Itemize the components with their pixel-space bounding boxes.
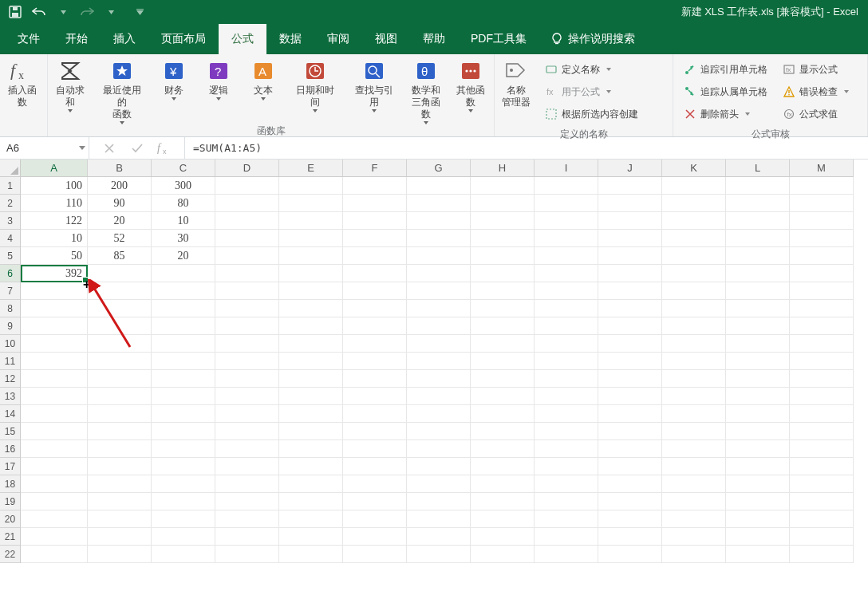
- cell-H14[interactable]: [471, 405, 535, 423]
- cell-C5[interactable]: 20: [152, 247, 215, 265]
- tab-page-layout[interactable]: 页面布局: [148, 24, 219, 54]
- cell-J20[interactable]: [598, 510, 662, 528]
- cell-B13[interactable]: [88, 388, 152, 405]
- column-header-L[interactable]: L: [726, 160, 790, 176]
- cell-L17[interactable]: [726, 458, 790, 475]
- cell-L9[interactable]: [726, 317, 790, 335]
- cell-F17[interactable]: [343, 458, 407, 475]
- cell-D9[interactable]: [215, 317, 279, 335]
- cell-F21[interactable]: [343, 528, 407, 546]
- cell-D7[interactable]: [215, 282, 279, 300]
- cell-M21[interactable]: [790, 528, 854, 546]
- cell-B4[interactable]: 52: [88, 230, 152, 247]
- select-all-button[interactable]: [0, 160, 21, 177]
- cell-A12[interactable]: [21, 370, 88, 388]
- tab-pdf[interactable]: PDF工具集: [458, 24, 539, 54]
- cell-E15[interactable]: [279, 423, 343, 440]
- cell-L3[interactable]: [726, 212, 790, 230]
- cell-K4[interactable]: [662, 230, 726, 247]
- row-header-9[interactable]: 9: [0, 317, 20, 335]
- autosum-button[interactable]: 自动求和: [48, 56, 93, 112]
- cell-D17[interactable]: [215, 458, 279, 475]
- cell-J18[interactable]: [598, 475, 662, 493]
- cell-M16[interactable]: [790, 440, 854, 458]
- cell-A2[interactable]: 110: [21, 195, 88, 212]
- insert-function-fx-button[interactable]: fx: [156, 140, 172, 156]
- cell-I9[interactable]: [535, 317, 598, 335]
- insert-function-button[interactable]: fx 插入函数: [0, 56, 45, 108]
- cell-M9[interactable]: [790, 317, 854, 335]
- cell-L8[interactable]: [726, 300, 790, 317]
- cell-K10[interactable]: [662, 335, 726, 353]
- cells-area[interactable]: 100 200 300 110 90 80 122 20 10 10 52 30…: [21, 177, 854, 563]
- row-header-3[interactable]: 3: [0, 212, 20, 230]
- cell-D5[interactable]: [215, 247, 279, 265]
- row-header-7[interactable]: 7: [0, 282, 20, 300]
- cell-F7[interactable]: [343, 282, 407, 300]
- spreadsheet-grid[interactable]: A B C D E F G H I J K L M 1 2 3 4 5 6 7 …: [0, 160, 868, 607]
- cell-K1[interactable]: [662, 177, 726, 195]
- cell-L20[interactable]: [726, 510, 790, 528]
- cell-A3[interactable]: 122: [21, 212, 88, 230]
- cell-E4[interactable]: [279, 230, 343, 247]
- cell-C2[interactable]: 80: [152, 195, 215, 212]
- row-header-4[interactable]: 4: [0, 230, 20, 247]
- cell-E20[interactable]: [279, 510, 343, 528]
- cell-D3[interactable]: [215, 212, 279, 230]
- cell-B19[interactable]: [88, 493, 152, 510]
- cell-F12[interactable]: [343, 370, 407, 388]
- cell-F9[interactable]: [343, 317, 407, 335]
- cell-K13[interactable]: [662, 388, 726, 405]
- cell-D14[interactable]: [215, 405, 279, 423]
- column-header-A[interactable]: A: [21, 160, 88, 176]
- cell-A10[interactable]: [21, 335, 88, 353]
- cell-I15[interactable]: [535, 423, 598, 440]
- cell-H2[interactable]: [471, 195, 535, 212]
- tab-file[interactable]: 文件: [5, 24, 53, 54]
- cell-K19[interactable]: [662, 493, 726, 510]
- cell-F15[interactable]: [343, 423, 407, 440]
- cell-I10[interactable]: [535, 335, 598, 353]
- cell-C9[interactable]: [152, 317, 215, 335]
- cell-G11[interactable]: [407, 353, 471, 370]
- cell-I4[interactable]: [535, 230, 598, 247]
- cell-H6[interactable]: [471, 265, 535, 282]
- cell-I1[interactable]: [535, 177, 598, 195]
- row-header-6[interactable]: 6: [0, 265, 20, 282]
- trace-dependents-button[interactable]: 追踪从属单元格: [685, 83, 767, 101]
- cell-G6[interactable]: [407, 265, 471, 282]
- column-header-B[interactable]: B: [88, 160, 152, 176]
- cell-K11[interactable]: [662, 353, 726, 370]
- cell-M19[interactable]: [790, 493, 854, 510]
- cell-G12[interactable]: [407, 370, 471, 388]
- cell-K18[interactable]: [662, 475, 726, 493]
- name-box[interactable]: A6: [0, 137, 89, 159]
- cell-K7[interactable]: [662, 282, 726, 300]
- cell-B9[interactable]: [88, 317, 152, 335]
- cell-H19[interactable]: [471, 493, 535, 510]
- redo-dropdown-icon[interactable]: [104, 5, 118, 19]
- cell-F22[interactable]: [343, 546, 407, 563]
- cell-F11[interactable]: [343, 353, 407, 370]
- undo-icon[interactable]: [32, 5, 46, 19]
- cell-F4[interactable]: [343, 230, 407, 247]
- formula-bar-input[interactable]: =SUM(A1:A5): [185, 137, 868, 159]
- cell-A20[interactable]: [21, 510, 88, 528]
- cell-L2[interactable]: [726, 195, 790, 212]
- cell-C4[interactable]: 30: [152, 230, 215, 247]
- cell-I2[interactable]: [535, 195, 598, 212]
- cell-L19[interactable]: [726, 493, 790, 510]
- cell-C14[interactable]: [152, 405, 215, 423]
- cell-E13[interactable]: [279, 388, 343, 405]
- cell-C17[interactable]: [152, 458, 215, 475]
- cell-M6[interactable]: [790, 265, 854, 282]
- cell-B21[interactable]: [88, 528, 152, 546]
- cell-E3[interactable]: [279, 212, 343, 230]
- cell-E11[interactable]: [279, 353, 343, 370]
- create-from-selection-button[interactable]: 根据所选内容创建: [546, 105, 638, 123]
- enter-formula-button[interactable]: [129, 140, 145, 156]
- cell-K14[interactable]: [662, 405, 726, 423]
- cell-C3[interactable]: 10: [152, 212, 215, 230]
- cell-G15[interactable]: [407, 423, 471, 440]
- cell-A16[interactable]: [21, 440, 88, 458]
